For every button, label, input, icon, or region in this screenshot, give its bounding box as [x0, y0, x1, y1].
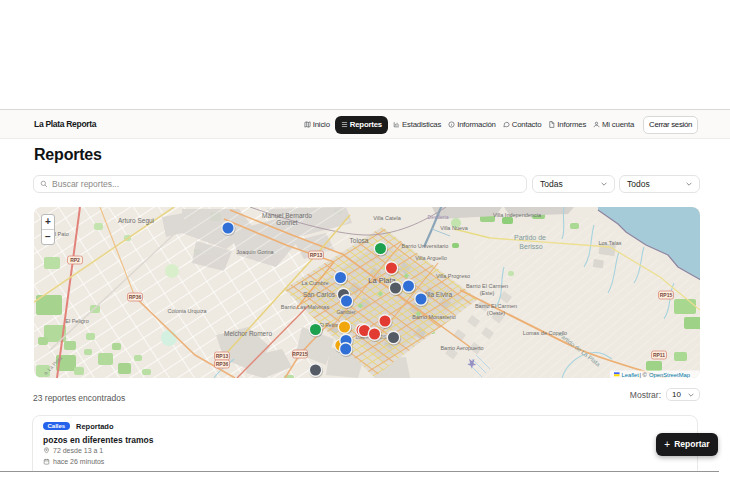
svg-text:RP36: RP36	[129, 294, 142, 300]
svg-text:Leaflet: Leaflet	[622, 372, 640, 378]
svg-text:RP11: RP11	[653, 352, 665, 358]
svg-text:(Oeste): (Oeste)	[487, 310, 506, 316]
svg-text:Gambier: Gambier	[336, 309, 356, 315]
svg-text:Partido de: Partido de	[514, 234, 546, 241]
svg-text:Manuel Bernardo: Manuel Bernardo	[262, 212, 312, 219]
svg-text:RP13: RP13	[310, 252, 323, 258]
svg-text:Barrio Las Malvinas: Barrio Las Malvinas	[281, 304, 330, 310]
svg-text:El Peligro: El Peligro	[65, 318, 89, 324]
svg-text:Colonia Urquiza: Colonia Urquiza	[167, 308, 207, 314]
svg-text:Villa Independencia: Villa Independencia	[493, 212, 542, 218]
svg-text:Gonnet: Gonnet	[276, 219, 298, 226]
svg-text:La Cumbre: La Cumbre	[301, 280, 328, 286]
svg-text:Los Talas: Los Talas	[598, 240, 621, 246]
svg-text:Destileria: Destileria	[428, 214, 449, 220]
svg-text:Tolosa: Tolosa	[350, 237, 369, 244]
svg-text:Villa Arguello: Villa Arguello	[415, 255, 447, 261]
svg-text:San Carlos: San Carlos	[303, 291, 336, 298]
svg-text:OpenStreetMap: OpenStreetMap	[649, 372, 690, 378]
svg-text:RP15: RP15	[660, 292, 673, 298]
svg-text:RP215: RP215	[292, 351, 308, 357]
svg-text:RP13: RP13	[216, 353, 229, 359]
svg-text:Melchor Romero: Melchor Romero	[224, 330, 272, 337]
svg-text:Barrio El Carmen: Barrio El Carmen	[475, 303, 517, 309]
svg-text:(Este): (Este)	[480, 290, 495, 296]
svg-text:Barrio El Carmen: Barrio El Carmen	[466, 283, 508, 289]
svg-text:Joaquin Gorina: Joaquin Gorina	[236, 249, 274, 255]
svg-text:| ©: | ©	[640, 372, 648, 378]
svg-text:Villa Nueva: Villa Nueva	[440, 225, 469, 231]
svg-text:Villa Progreso: Villa Progreso	[436, 273, 470, 279]
svg-text:Barrio Aeropuerto: Barrio Aeropuerto	[440, 345, 483, 351]
svg-text:RP36: RP36	[216, 361, 229, 367]
svg-text:Barrio Monasterio: Barrio Monasterio	[412, 314, 455, 320]
svg-text:RP2: RP2	[70, 257, 80, 263]
svg-text:Arturo Segui: Arturo Segui	[118, 217, 154, 225]
svg-text:El Retiro: El Retiro	[319, 322, 338, 328]
svg-text:Barrio Universitario: Barrio Universitario	[402, 243, 449, 249]
svg-text:Villa Catela: Villa Catela	[373, 215, 402, 221]
svg-text:Berisso: Berisso	[519, 243, 542, 250]
